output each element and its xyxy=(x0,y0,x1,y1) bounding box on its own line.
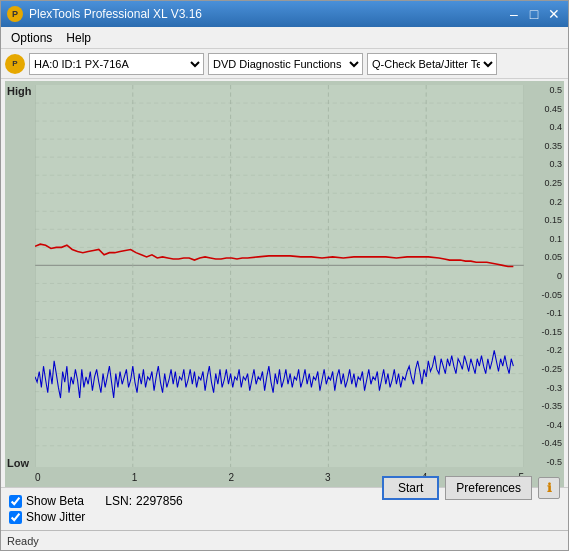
axis-label-n015: -0.15 xyxy=(527,327,562,337)
x-label-3: 3 xyxy=(325,472,331,483)
chart-area: High Low xyxy=(1,79,568,530)
main-window: P PlexTools Professional XL V3.16 – □ ✕ … xyxy=(0,0,569,551)
checkbox-group: Show Beta Show Jitter xyxy=(9,494,85,524)
axis-label-05: 0.5 xyxy=(527,85,562,95)
chart-right-axis: 0.5 0.45 0.4 0.35 0.3 0.25 0.2 0.15 0.1 … xyxy=(527,85,562,467)
axis-label-0: 0 xyxy=(527,271,562,281)
maximize-button[interactable]: □ xyxy=(526,6,542,22)
status-text: Ready xyxy=(7,535,39,547)
status-bar: Ready xyxy=(1,530,568,550)
axis-label-n05: -0.5 xyxy=(527,457,562,467)
show-beta-label: Show Beta xyxy=(26,494,84,508)
show-jitter-label: Show Jitter xyxy=(26,510,85,524)
svg-rect-0 xyxy=(35,85,524,467)
lsn-group: LSN: 2297856 xyxy=(105,494,182,508)
title-bar: P PlexTools Professional XL V3.16 – □ ✕ xyxy=(1,1,568,27)
axis-label-04: 0.4 xyxy=(527,122,562,132)
axis-label-035: 0.35 xyxy=(527,141,562,151)
device-icon: P xyxy=(5,54,25,74)
device-select[interactable]: HA:0 ID:1 PX-716A xyxy=(29,53,204,75)
axis-label-n04: -0.4 xyxy=(527,420,562,430)
axis-label-015: 0.15 xyxy=(527,215,562,225)
close-button[interactable]: ✕ xyxy=(546,6,562,22)
show-jitter-item: Show Jitter xyxy=(9,510,85,524)
chart-low-label: Low xyxy=(7,457,29,469)
test-select[interactable]: Q-Check Beta/Jitter Test xyxy=(367,53,497,75)
axis-label-n02: -0.2 xyxy=(527,345,562,355)
x-label-0: 0 xyxy=(35,472,41,483)
menu-help[interactable]: Help xyxy=(60,29,97,46)
lsn-label: LSN: xyxy=(105,494,132,508)
bottom-buttons: Start Preferences ℹ xyxy=(382,476,560,500)
show-jitter-checkbox[interactable] xyxy=(9,511,22,524)
axis-label-n025: -0.25 xyxy=(527,364,562,374)
axis-label-03: 0.3 xyxy=(527,159,562,169)
show-beta-item: Show Beta xyxy=(9,494,85,508)
chart-svg xyxy=(35,85,524,467)
axis-label-n01: -0.1 xyxy=(527,308,562,318)
axis-label-045: 0.45 xyxy=(527,104,562,114)
axis-label-n035: -0.35 xyxy=(527,401,562,411)
title-bar-left: P PlexTools Professional XL V3.16 xyxy=(7,6,202,22)
preferences-button[interactable]: Preferences xyxy=(445,476,532,500)
x-label-1: 1 xyxy=(132,472,138,483)
show-beta-checkbox[interactable] xyxy=(9,495,22,508)
toolbar: P HA:0 ID:1 PX-716A DVD Diagnostic Funct… xyxy=(1,49,568,79)
menu-bar: Options Help xyxy=(1,27,568,49)
axis-label-01: 0.1 xyxy=(527,234,562,244)
bottom-panel: Show Beta Show Jitter LSN: 2297856 Start… xyxy=(1,487,568,530)
menu-options[interactable]: Options xyxy=(5,29,58,46)
axis-label-n03: -0.3 xyxy=(527,383,562,393)
axis-label-n045: -0.45 xyxy=(527,438,562,448)
axis-label-02: 0.2 xyxy=(527,197,562,207)
chart-container: High Low xyxy=(5,81,564,487)
axis-label-n005: -0.05 xyxy=(527,290,562,300)
lsn-value: 2297856 xyxy=(136,494,183,508)
axis-label-005: 0.05 xyxy=(527,252,562,262)
function-select[interactable]: DVD Diagnostic Functions xyxy=(208,53,363,75)
chart-high-label: High xyxy=(7,85,31,97)
start-button[interactable]: Start xyxy=(382,476,439,500)
axis-label-025: 0.25 xyxy=(527,178,562,188)
window-title: PlexTools Professional XL V3.16 xyxy=(29,7,202,21)
title-controls: – □ ✕ xyxy=(506,6,562,22)
x-label-2: 2 xyxy=(228,472,234,483)
app-icon: P xyxy=(7,6,23,22)
minimize-button[interactable]: – xyxy=(506,6,522,22)
info-button[interactable]: ℹ xyxy=(538,477,560,499)
